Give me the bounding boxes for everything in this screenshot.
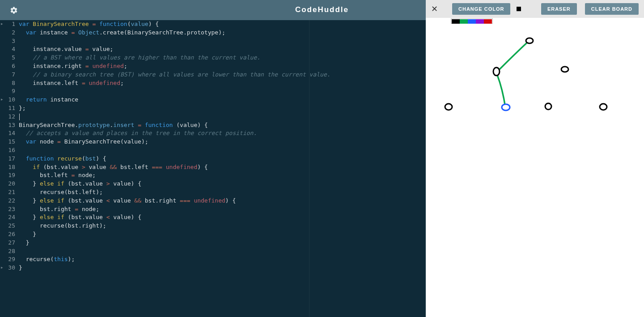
gutter-line: 9 [0,87,18,96]
eraser-button[interactable]: ERASER [541,3,577,15]
gutter-line: 28 [0,247,18,256]
gutter-line: 23 [0,205,18,214]
gutter-line: 4 [0,45,18,54]
whiteboard-canvas[interactable] [426,18,644,317]
svg-point-3 [445,104,452,110]
gutter-line: 22 [0,197,18,205]
clear-board-button[interactable]: CLEAR BOARD [585,3,639,15]
code-line[interactable]: } else if (bst.value < value) { [19,213,426,222]
code-line[interactable]: instance.value = value; [19,45,426,54]
code-line[interactable]: } [19,264,426,272]
gutter-line: 29 [0,255,18,264]
svg-point-0 [526,38,533,43]
gutter-line: 27 [0,239,18,247]
code-line[interactable]: instance.left = undefined; [19,79,426,88]
close-icon[interactable]: ✕ [431,4,438,14]
gutter-line: ▸1 [0,20,18,29]
fold-icon[interactable]: ▸ [1,265,3,270]
gutter-line: 15 [0,138,18,146]
code-line[interactable]: recurse(bst.left); [19,188,426,197]
code-line[interactable]: instance.right = undefined; [19,62,426,71]
gutter-line: ▸10 [0,96,18,104]
code-line[interactable]: if (bst.value > value && bst.left === un… [19,163,426,172]
code-line[interactable]: function recurse(bst) { [19,155,426,163]
code-line[interactable]: recurse(bst.right); [19,222,426,230]
change-color-button[interactable]: CHANGE COLOR [452,3,510,15]
gutter-line: 21 [0,188,18,197]
code-line[interactable]: // a BST where all values are higher tha… [19,54,426,62]
svg-point-6 [502,104,510,110]
gutter-line: 8 [0,79,18,88]
gutter-line: 2 [0,29,18,37]
editor-code-area[interactable]: var BinarySearchTree = function(value) {… [19,20,426,272]
code-line[interactable]: } [19,239,426,247]
gutter-line: 13 [0,121,18,130]
gutter-line: 18 [0,163,18,172]
code-line[interactable] [19,113,426,121]
code-line[interactable]: return instance [19,96,426,104]
gutter-line: 26 [0,230,18,239]
code-editor[interactable]: ▸123456789▸10111213141516171819202122232… [0,20,426,317]
code-line[interactable]: recurse(this); [19,255,426,264]
gutter-line: 19 [0,171,18,180]
gutter-line: 5 [0,54,18,62]
fold-icon[interactable]: ▸ [1,21,3,26]
code-line[interactable]: }; [19,104,426,113]
code-line[interactable] [19,37,426,46]
code-line[interactable]: var BinarySearchTree = function(value) { [19,20,426,29]
gutter-line: 25 [0,222,18,230]
svg-point-4 [545,103,551,110]
code-line[interactable]: } else if (bst.value < value && bst.righ… [19,197,426,205]
code-line[interactable] [19,87,426,96]
whiteboard-toolbar: ✕ CHANGE COLOR ERASER CLEAR BOARD [426,0,644,18]
settings-gear-icon[interactable] [10,6,18,16]
gutter-line: 12 [0,113,18,121]
gutter-line: 17 [0,155,18,163]
code-line[interactable]: BinarySearchTree.prototype.insert = func… [19,121,426,130]
gutter-line: ▸30 [0,264,18,272]
code-line[interactable]: } [19,230,426,239]
gutter-line: 24 [0,213,18,222]
gutter-line: 14 [0,129,18,138]
current-color-swatch [517,7,521,11]
fold-icon[interactable]: ▸ [1,97,3,101]
svg-point-2 [561,67,568,72]
code-line[interactable]: // a binary search tree (BST) where all … [19,71,426,79]
gutter-line: 3 [0,37,18,46]
editor-gutter: ▸123456789▸10111213141516171819202122232… [0,20,18,317]
code-line[interactable]: var node = BinarySearchTree(value); [19,138,426,146]
gutter-line: 11 [0,104,18,113]
code-line[interactable]: // accepts a value and places in the tre… [19,129,426,138]
code-line[interactable] [19,247,426,256]
svg-point-1 [493,68,500,76]
code-line[interactable]: var instance = Object.create(BinarySearc… [19,29,426,37]
gutter-line: 6 [0,62,18,71]
gutter-line: 20 [0,180,18,188]
code-line[interactable]: bst.left = node; [19,171,426,180]
code-line[interactable] [19,146,426,155]
gutter-line: 16 [0,146,18,155]
code-line[interactable]: bst.right = node; [19,205,426,214]
whiteboard-panel: ✕ CHANGE COLOR ERASER CLEAR BOARD [426,0,644,317]
code-line[interactable]: } else if (bst.value > value) { [19,180,426,188]
gutter-line: 7 [0,71,18,79]
svg-point-5 [600,104,607,110]
